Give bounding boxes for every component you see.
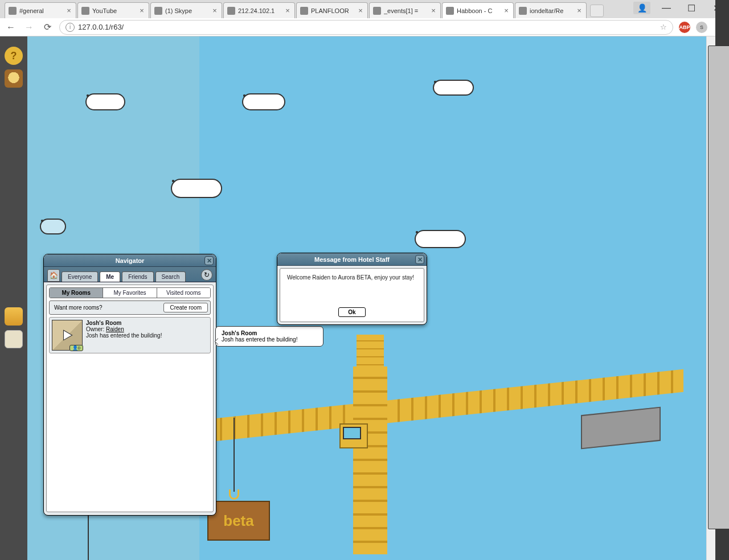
nest-icon[interactable] bbox=[5, 69, 23, 88]
close-icon[interactable]: ✕ bbox=[204, 256, 214, 265]
bookmark-star-icon[interactable]: ☆ bbox=[660, 23, 667, 31]
tab-title: Habboon - C bbox=[457, 7, 503, 14]
cloud-icon bbox=[242, 93, 285, 110]
staff-message-text: Welcome Raiden to Aurora BETA, enjoy you… bbox=[287, 274, 417, 307]
cloud-icon bbox=[85, 93, 125, 110]
staff-message-window[interactable]: Message from Hotel Staff ✕ Welcome Raide… bbox=[277, 253, 427, 325]
staff-message-body: Welcome Raiden to Aurora BETA, enjoy you… bbox=[280, 268, 424, 322]
hotel-icon[interactable] bbox=[5, 307, 23, 326]
staff-message-title: Message from Hotel Staff bbox=[314, 256, 390, 263]
tab-events[interactable]: _events[1] =× bbox=[369, 2, 441, 18]
site-info-icon[interactable]: i bbox=[65, 23, 75, 32]
ok-button[interactable]: Ok bbox=[338, 307, 365, 317]
tab-ip[interactable]: 212.24.102.1× bbox=[223, 2, 295, 18]
forward-button[interactable]: → bbox=[23, 21, 35, 34]
catalog-icon[interactable] bbox=[5, 330, 23, 348]
back-button[interactable]: ← bbox=[5, 21, 17, 34]
cloud-icon bbox=[40, 219, 66, 234]
room-name: Josh's Room bbox=[86, 320, 162, 326]
tab-title: 212.24.102.1 bbox=[238, 7, 284, 14]
close-icon[interactable]: × bbox=[576, 7, 583, 14]
tab-strip: #general× YouTube× (1) Skype× 212.24.102… bbox=[0, 0, 729, 18]
room-user-count-badge: 👤0 bbox=[69, 345, 83, 351]
refresh-icon[interactable]: ↻ bbox=[201, 269, 212, 281]
room-meta: Josh's Room Owner: Raiden Josh has enter… bbox=[86, 320, 162, 351]
tooltip-title: Josh's Room bbox=[222, 330, 317, 336]
room-owner: Owner: Raiden bbox=[86, 326, 162, 332]
tab-general[interactable]: #general× bbox=[5, 2, 76, 18]
skype-extension-icon[interactable]: S bbox=[696, 22, 707, 33]
profile-icon[interactable]: 👤 bbox=[633, 2, 650, 14]
tab-title: iondeltar/Re bbox=[530, 7, 576, 14]
scrollbar-thumb[interactable] bbox=[708, 46, 729, 529]
tab-youtube[interactable]: YouTube× bbox=[77, 2, 149, 18]
tab-title: #general bbox=[19, 7, 65, 14]
tooltip-text: Josh has entered the building! bbox=[222, 336, 297, 343]
room-description: Josh has entered the building! bbox=[86, 332, 162, 339]
tab-title: (1) Skype bbox=[165, 7, 211, 14]
help-icon[interactable]: ? bbox=[5, 47, 23, 65]
subtab-my-favorites[interactable]: My Favorites bbox=[103, 288, 157, 298]
left-rail: ? bbox=[0, 36, 27, 560]
tab-title: YouTube bbox=[92, 7, 138, 14]
room-tooltip: Josh's Room Josh has entered the buildin… bbox=[215, 326, 323, 347]
tab-habboon[interactable]: Habboon - C× bbox=[442, 2, 514, 18]
discord-icon bbox=[9, 7, 17, 15]
cloud-icon bbox=[433, 80, 474, 96]
abp-extension-icon[interactable]: ABP bbox=[679, 22, 690, 33]
want-more-label: Want more rooms? bbox=[54, 304, 160, 311]
address-bar: ← → ⟳ i 127.0.0.1/r63/ ☆ ABP S bbox=[0, 18, 729, 36]
close-icon[interactable]: ✕ bbox=[415, 255, 424, 264]
close-icon[interactable]: × bbox=[211, 7, 218, 14]
cloud-icon bbox=[415, 230, 466, 248]
navigator-body: My Rooms My Favorites Visited rooms Want… bbox=[46, 285, 214, 512]
navigator-title: Navigator bbox=[116, 257, 145, 264]
close-icon[interactable]: × bbox=[284, 7, 291, 14]
minimize-button[interactable]: — bbox=[654, 0, 679, 16]
tab-title: _events[1] = bbox=[384, 7, 430, 14]
reload-button[interactable]: ⟳ bbox=[41, 21, 54, 34]
staff-message-titlebar[interactable]: Message from Hotel Staff ✕ bbox=[277, 253, 427, 266]
tab-everyone[interactable]: Everyone bbox=[62, 271, 98, 282]
url-text: 127.0.0.1/r63/ bbox=[78, 23, 660, 31]
subtab-visited-rooms[interactable]: Visited rooms bbox=[157, 288, 210, 298]
tab-friends[interactable]: Friends bbox=[122, 271, 153, 282]
room-thumbnail[interactable]: 👤0 bbox=[52, 320, 83, 351]
maximize-button[interactable]: ☐ bbox=[679, 0, 704, 16]
youtube-icon bbox=[81, 7, 89, 15]
bin-icon bbox=[373, 7, 381, 15]
close-icon[interactable]: × bbox=[65, 7, 72, 14]
navigator-titlebar[interactable]: Navigator ✕ bbox=[44, 254, 216, 267]
want-more-rooms-row: Want more rooms? Create room bbox=[49, 300, 211, 315]
sky-right bbox=[199, 36, 706, 560]
new-tab-button[interactable] bbox=[590, 5, 604, 17]
create-room-button[interactable]: Create room bbox=[163, 303, 208, 312]
navigator-window[interactable]: Navigator ✕ 🏠 Everyone Me Friends Search… bbox=[43, 254, 216, 516]
navigator-subtabs: My Rooms My Favorites Visited rooms bbox=[49, 287, 211, 298]
tab-search[interactable]: Search bbox=[155, 271, 186, 282]
subtab-my-rooms[interactable]: My Rooms bbox=[50, 288, 103, 298]
tab-skype[interactable]: (1) Skype× bbox=[150, 2, 222, 18]
tab-github[interactable]: iondeltar/Re× bbox=[515, 2, 587, 18]
cloud-icon bbox=[171, 179, 222, 198]
vertical-scrollbar[interactable] bbox=[706, 36, 715, 560]
swf-icon bbox=[300, 7, 308, 15]
tab-planfloor[interactable]: PLANFLOOR× bbox=[296, 2, 368, 18]
room-owner-link[interactable]: Raiden bbox=[106, 326, 124, 332]
omnibox[interactable]: i 127.0.0.1/r63/ ☆ bbox=[59, 20, 673, 35]
tab-me[interactable]: Me bbox=[100, 271, 120, 282]
official-rooms-tab-icon[interactable]: 🏠 bbox=[47, 269, 60, 282]
navigator-tabs: 🏠 Everyone Me Friends Search ↻ bbox=[44, 267, 216, 282]
close-icon[interactable]: × bbox=[503, 7, 510, 14]
tab-title: PLANFLOOR bbox=[311, 7, 357, 14]
close-icon[interactable]: × bbox=[430, 7, 437, 14]
room-list-item[interactable]: 👤0 Josh's Room Owner: Raiden Josh has en… bbox=[49, 317, 211, 353]
skype-icon bbox=[154, 7, 162, 15]
play-icon bbox=[60, 328, 75, 343]
browser-chrome: #general× YouTube× (1) Skype× 212.24.102… bbox=[0, 0, 729, 36]
close-icon[interactable]: × bbox=[357, 7, 364, 14]
window-controls: 👤 — ☐ ✕ bbox=[633, 0, 729, 16]
close-icon[interactable]: × bbox=[138, 7, 145, 14]
hotel-view: beta ? Navigator ✕ 🏠 Everyone Me Friends… bbox=[0, 36, 706, 560]
github-icon bbox=[519, 7, 527, 15]
